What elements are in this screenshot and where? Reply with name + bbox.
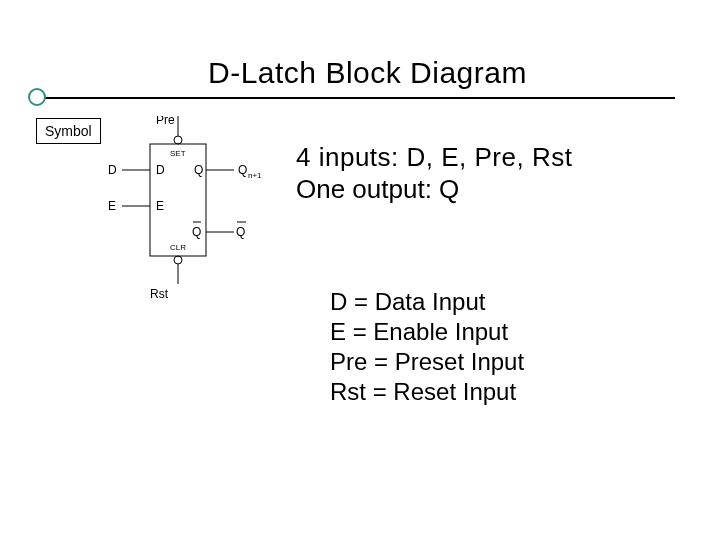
svg-point-9	[174, 256, 182, 264]
definition-rst: Rst = Reset Input	[330, 378, 516, 406]
summary-output: One output: Q	[296, 174, 459, 205]
pin-q-outer-label: Q	[238, 163, 247, 177]
pin-rst-label: Rst	[150, 287, 169, 301]
pin-pre-label: Pre	[156, 116, 175, 127]
d-latch-schematic: Pre D D E E SET CLR Q Q n+1 Q Q Rst	[106, 116, 276, 306]
pin-d-inner-label: D	[156, 163, 165, 177]
symbol-label: Symbol	[36, 118, 101, 144]
pin-qbar-outer-label: Q	[236, 225, 245, 239]
pin-qbar-inner-label: Q	[192, 225, 201, 239]
slide-title: D-Latch Block Diagram	[208, 56, 527, 90]
pin-e-outer-label: E	[108, 199, 116, 213]
definition-d: D = Data Input	[330, 288, 485, 316]
pin-e-inner-label: E	[156, 199, 164, 213]
summary-inputs: 4 inputs: D, E, Pre, Rst	[296, 142, 572, 173]
pin-q-inner-label: Q	[194, 163, 203, 177]
title-underline	[35, 97, 675, 99]
pin-q-sub-label: n+1	[248, 171, 262, 180]
definition-pre: Pre = Preset Input	[330, 348, 524, 376]
set-label: SET	[170, 149, 186, 158]
definition-e: E = Enable Input	[330, 318, 508, 346]
pin-d-outer-label: D	[108, 163, 117, 177]
title-bullet-icon	[28, 88, 46, 106]
clr-label: CLR	[170, 243, 186, 252]
svg-point-2	[174, 136, 182, 144]
